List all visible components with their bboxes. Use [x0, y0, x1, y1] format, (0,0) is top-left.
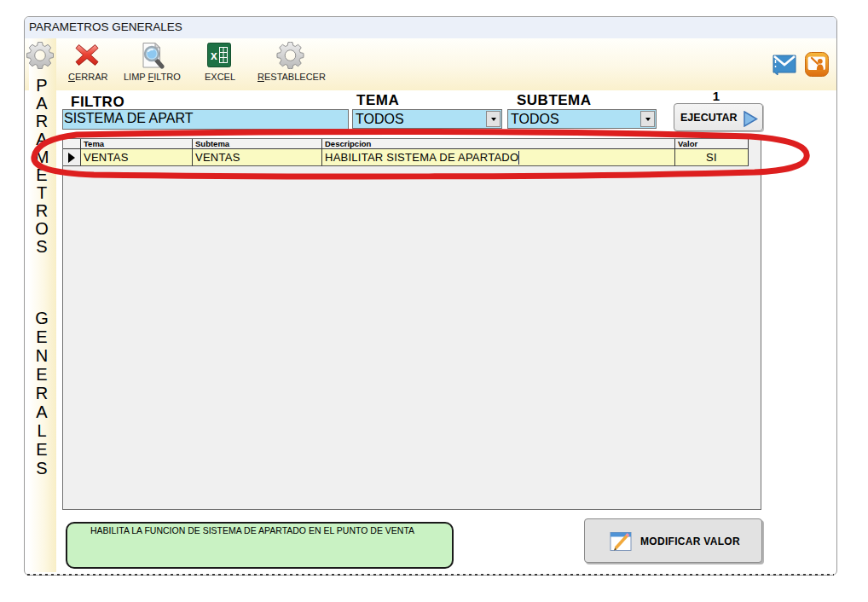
svg-text:x: x — [211, 49, 217, 62]
